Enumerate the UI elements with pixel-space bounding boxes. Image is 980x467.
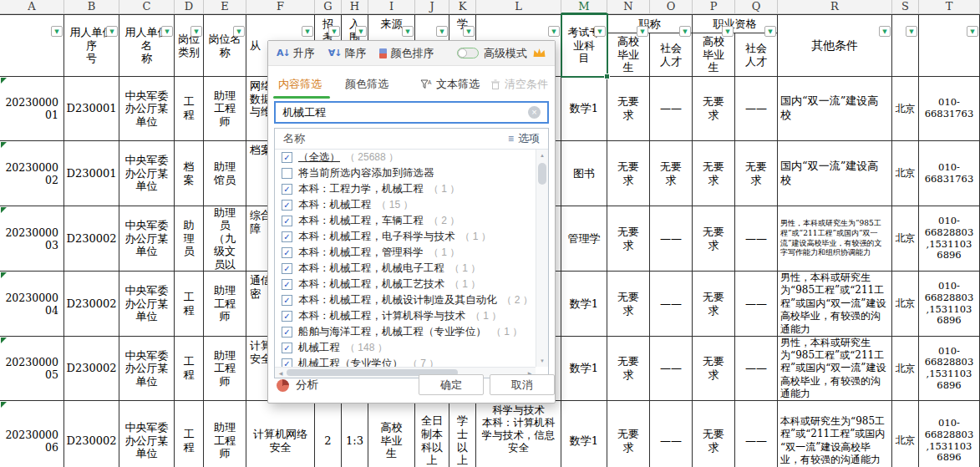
cell-T4[interactable]: 010- 66828803 ,1531103 6896 <box>919 272 980 337</box>
checkbox-icon[interactable]: ✓ <box>282 343 292 353</box>
scroll-down-icon[interactable]: ▼ <box>536 356 548 366</box>
column-letter-M[interactable]: M <box>561 0 607 14</box>
cell-I6[interactable]: 高校毕业生 <box>368 401 415 467</box>
checkbox-icon[interactable]: ✓ <box>282 263 292 274</box>
cell-R6[interactable]: 本科或研究生为“985工程”或“211工程”或国内“双一流”建设高校毕业，有较强… <box>778 401 892 467</box>
column-letter-N[interactable]: N <box>607 0 650 14</box>
cell-O3[interactable]: —— <box>650 206 693 272</box>
header-E[interactable]: 岗位名称 <box>204 14 246 77</box>
cell-C6[interactable]: 中央军委办公厅某单位 <box>119 401 175 467</box>
filter-list-item[interactable]: ✓本科：机械工程，管理科学（ 1 ） <box>275 245 536 261</box>
cell-R1[interactable]: 国内“双一流”建设高校 <box>778 77 892 141</box>
tab-color-filter[interactable]: 颜色筛选 <box>345 77 388 92</box>
cell-P2[interactable]: 无要求 <box>693 141 735 206</box>
cell-D6[interactable]: 工程 <box>175 401 204 467</box>
cell-S3[interactable]: 北京 <box>892 206 919 272</box>
header-T[interactable] <box>919 14 980 77</box>
column-letter-C[interactable]: C <box>119 0 175 14</box>
column-letter-P[interactable]: P <box>693 0 735 14</box>
column-letter-K[interactable]: K <box>449 0 476 14</box>
cell-J6[interactable]: 全日制本科以上 <box>415 401 449 467</box>
cell-Q2[interactable]: 无要求 <box>735 141 778 206</box>
filter-list-item[interactable]: ✓（全选）（ 25688 ） <box>275 150 536 165</box>
options-button[interactable]: ≡ 选项 <box>508 131 540 146</box>
cell-R5[interactable]: 男性，本科或研究生为“985工程”或“211工程”或国内“双一流”建设高校毕业，… <box>778 337 892 401</box>
scroll-left-icon[interactable]: ◀ <box>276 368 286 378</box>
cell-T5[interactable]: 010- 66828803 ,1531103 6896 <box>919 337 980 401</box>
cell-R3[interactable]: 男性，本科或研究生为“985工程”或“211工程”或国内“双一流”建设高校毕业，… <box>778 206 892 272</box>
column-letter-S[interactable]: S <box>892 0 919 14</box>
header-S[interactable] <box>892 14 919 77</box>
checkbox-icon[interactable]: ✓ <box>282 358 292 367</box>
checkbox-icon[interactable]: ✓ <box>282 279 292 290</box>
sort-descending-button[interactable]: ∀↓ 降序 <box>328 46 367 61</box>
cell-B6[interactable]: D230002 <box>64 401 119 467</box>
column-letter-R[interactable]: R <box>778 0 892 14</box>
cell-Q3[interactable]: —— <box>735 206 778 272</box>
cell-C5[interactable]: 中央军委办公厅某单位 <box>119 337 175 401</box>
filter-button-K[interactable]: ▼ <box>463 26 475 37</box>
cell-P3[interactable]: 无要求 <box>693 206 735 272</box>
cell-C1[interactable]: 中央军委办公厅某单位 <box>119 77 175 141</box>
cell-D5[interactable]: 工程 <box>175 337 204 401</box>
cell-M1[interactable]: 数学1 <box>561 77 607 141</box>
filter-list-item[interactable]: ✓本科：机械工程，电子科学与技术（ 1 ） <box>275 229 536 245</box>
cell-M4[interactable]: 数学1 <box>561 272 607 337</box>
column-letter-O[interactable]: O <box>650 0 693 14</box>
filter-button-T[interactable]: ▼ <box>967 26 978 37</box>
cell-B4[interactable]: D230002 <box>64 272 119 337</box>
cell-E3[interactable]: 助理员（九级文员以 <box>204 206 246 272</box>
cell-Q6[interactable]: —— <box>735 401 778 467</box>
header-R[interactable]: 其他条件 <box>778 14 892 77</box>
filter-button-E[interactable]: ▼ <box>233 26 245 37</box>
column-letter-D[interactable]: D <box>175 0 204 14</box>
filter-button-D[interactable]: ▼ <box>190 26 202 37</box>
cell-A1[interactable]: 2023000001 <box>0 77 64 141</box>
filter-list-item[interactable]: ✓船舶与海洋工程，机械工程（专业学位）（ 1 ） <box>275 324 536 340</box>
analyze-button[interactable]: 分析 <box>277 378 318 393</box>
filter-button-Q[interactable]: ▼ <box>764 26 776 37</box>
cell-S1[interactable]: 北京 <box>892 77 919 141</box>
column-letter-A[interactable]: A <box>0 0 64 14</box>
filter-button-P[interactable]: ▼ <box>722 26 734 37</box>
cell-P4[interactable]: 无要求 <box>693 272 735 337</box>
filter-button-F[interactable]: ▼ <box>302 26 313 37</box>
cell-T3[interactable]: 010- 66828803 ,1531103 6896 <box>919 206 980 272</box>
cell-O2[interactable]: 无要求 <box>650 141 693 206</box>
cell-N4[interactable]: 无要求 <box>607 272 650 337</box>
cell-M3[interactable]: 管理学 <box>561 206 607 272</box>
checkbox-icon[interactable]: ✓ <box>282 231 292 242</box>
cell-B2[interactable]: D230001 <box>64 141 119 206</box>
filter-button-S[interactable]: ▼ <box>906 26 917 37</box>
cell-O5[interactable]: —— <box>650 337 693 401</box>
checkbox-icon[interactable]: ✓ <box>282 295 292 306</box>
cell-B3[interactable]: D230002 <box>64 206 119 272</box>
cell-P5[interactable]: 无要求 <box>693 337 735 401</box>
filter-list-item[interactable]: 将当前所选内容添加到筛选器 <box>275 165 536 181</box>
cell-N3[interactable]: 无要求 <box>607 206 650 272</box>
column-letter-I[interactable]: I <box>368 0 415 14</box>
cell-A4[interactable]: 2023000004 <box>0 272 64 337</box>
cell-T2[interactable]: 010- 66831763 <box>919 141 980 206</box>
checkbox-icon[interactable]: ✓ <box>282 247 292 258</box>
sort-ascending-button[interactable]: A↓ 升序 <box>277 46 315 61</box>
filter-button-C[interactable]: ▼ <box>161 26 173 37</box>
cell-D2[interactable]: 档案 <box>175 141 204 206</box>
filter-button-J[interactable]: ▼ <box>436 26 448 37</box>
cell-D1[interactable]: 工程 <box>175 77 204 141</box>
text-filter-button[interactable]: 文本筛选 <box>436 77 480 92</box>
header-B[interactable]: 用人单位 序 号 <box>64 14 119 77</box>
column-letter-H[interactable]: H <box>342 0 368 14</box>
cell-A6[interactable]: 2023000006 <box>0 401 64 467</box>
column-letter-J[interactable]: J <box>415 0 449 14</box>
filter-button-A[interactable]: ▼ <box>51 26 63 37</box>
filter-button-R[interactable]: ▼ <box>879 26 891 37</box>
checkbox-icon[interactable]: ✓ <box>282 184 292 195</box>
column-letter-T[interactable]: T <box>919 0 980 14</box>
cell-Q4[interactable]: —— <box>735 272 778 337</box>
cell-Q1[interactable]: —— <box>735 77 778 141</box>
cell-D4[interactable]: 工程 <box>175 272 204 337</box>
clear-search-icon[interactable]: × <box>528 106 541 119</box>
cell-O1[interactable]: —— <box>650 77 693 141</box>
column-letter-Q[interactable]: Q <box>735 0 778 14</box>
